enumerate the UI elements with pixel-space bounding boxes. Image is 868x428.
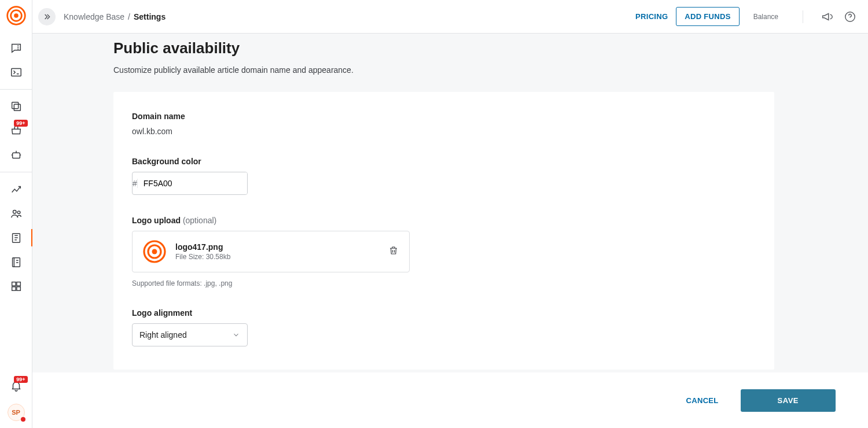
- upload-file-name: logo417.png: [175, 242, 230, 252]
- optional-indicator: (optional): [183, 216, 216, 225]
- background-color-input[interactable]: [138, 172, 248, 194]
- field-background-color: Background color #: [132, 157, 756, 195]
- svg-point-8: [17, 211, 20, 214]
- domain-name-value: owl.kb.com: [132, 127, 756, 136]
- save-button[interactable]: SAVE: [741, 389, 836, 412]
- sidebar-item-bot[interactable]: [0, 143, 32, 167]
- avatar-initials: SP: [12, 409, 20, 416]
- field-domain-name: Domain name owl.kb.com: [132, 112, 756, 136]
- breadcrumb-current: Settings: [134, 12, 165, 21]
- cancel-button[interactable]: CANCEL: [683, 396, 722, 405]
- sidebar-item-apps[interactable]: [0, 274, 32, 298]
- background-color-input-wrapper[interactable]: #: [132, 172, 248, 195]
- footer-actions: CANCEL SAVE: [32, 372, 868, 428]
- topbar: Knowledge Base / Settings PRICING ADD FU…: [32, 0, 868, 34]
- upload-hint: Supported file formats: .jpg, .png: [132, 279, 756, 287]
- uploaded-logo-preview: [143, 240, 166, 263]
- breadcrumb: Knowledge Base / Settings: [64, 12, 165, 21]
- sidebar-separator: [0, 172, 32, 172]
- svg-rect-14: [16, 287, 20, 290]
- field-logo-alignment: Logo alignment Right aligned: [132, 308, 756, 346]
- svg-rect-5: [14, 104, 20, 110]
- breadcrumb-separator: /: [128, 12, 130, 21]
- sidebar-item-copy[interactable]: [0, 94, 32, 119]
- logo-upload-card: logo417.png File Size: 30.58kb: [132, 231, 410, 272]
- logo-alignment-select[interactable]: Right aligned: [132, 323, 248, 346]
- svg-point-2: [14, 13, 19, 18]
- logo-alignment-value: Right aligned: [139, 330, 187, 340]
- sidebar-item-knowledge-base[interactable]: [0, 226, 32, 250]
- svg-rect-11: [12, 282, 15, 286]
- sidebar-item-ecommerce[interactable]: 99+: [0, 119, 32, 143]
- content-area: Public availability Customize publicly a…: [32, 34, 868, 372]
- sidebar-item-team[interactable]: [0, 201, 32, 226]
- upload-meta: logo417.png File Size: 30.58kb: [175, 242, 230, 261]
- help-icon[interactable]: [843, 9, 858, 24]
- svg-rect-6: [12, 153, 20, 158]
- logo-alignment-label: Logo alignment: [132, 308, 756, 318]
- page-description: Customize publicly available article dom…: [113, 65, 774, 75]
- upload-file-size: File Size: 30.58kb: [175, 253, 230, 261]
- add-funds-button[interactable]: ADD FUNDS: [676, 7, 739, 26]
- domain-name-label: Domain name: [132, 112, 756, 121]
- expand-sidebar-button[interactable]: [38, 8, 56, 25]
- sidebar-separator: [0, 89, 32, 90]
- pricing-link[interactable]: PRICING: [635, 12, 668, 21]
- page-title: Public availability: [113, 39, 774, 57]
- sidebar-item-notifications[interactable]: 99+: [0, 375, 32, 397]
- svg-point-18: [152, 249, 157, 254]
- logo-upload-label: Logo upload (optional): [132, 216, 756, 225]
- sidebar-item-analytics[interactable]: [0, 177, 32, 201]
- svg-rect-4: [12, 102, 18, 109]
- settings-card: Domain name owl.kb.com Background color …: [113, 92, 774, 370]
- background-color-label: Background color: [132, 157, 756, 166]
- hash-prefix: #: [133, 179, 138, 188]
- svg-rect-3: [11, 69, 21, 76]
- field-logo-upload: Logo upload (optional): [132, 216, 756, 287]
- svg-rect-13: [12, 287, 15, 290]
- delete-logo-button[interactable]: [388, 245, 399, 259]
- sidebar: 99+ 99+ SP: [0, 0, 32, 428]
- main: Knowledge Base / Settings PRICING ADD FU…: [32, 0, 868, 428]
- svg-point-7: [13, 211, 16, 214]
- sidebar-item-terminal[interactable]: [0, 60, 32, 84]
- breadcrumb-parent[interactable]: Knowledge Base: [64, 12, 124, 21]
- chevron-down-icon: [232, 331, 240, 339]
- balance-label: Balance: [753, 13, 786, 21]
- sidebar-badge-ecommerce: 99+: [14, 120, 27, 127]
- avatar[interactable]: SP: [8, 404, 25, 421]
- topbar-divider: [803, 10, 803, 23]
- avatar-status-dot: [21, 417, 25, 422]
- announcements-icon[interactable]: [819, 9, 834, 24]
- sidebar-item-reports[interactable]: [0, 250, 32, 274]
- brand-logo[interactable]: [6, 6, 26, 25]
- sidebar-item-chat[interactable]: [0, 36, 32, 60]
- svg-rect-12: [16, 282, 20, 286]
- sidebar-badge-notifications: 99+: [14, 376, 27, 383]
